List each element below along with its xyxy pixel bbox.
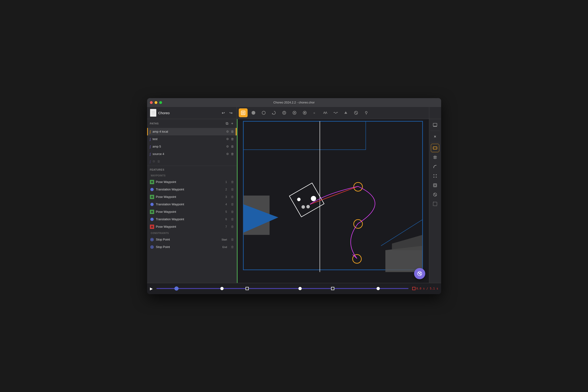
tool-forward[interactable]: » [311, 108, 319, 117]
paths-header: PATHS ⧉ + [147, 119, 237, 128]
timeline-handle-start[interactable] [174, 286, 179, 290]
menu-button[interactable]: ☰ [150, 109, 157, 117]
tool-arrow[interactable] [341, 108, 350, 117]
path-delete-3[interactable]: 🗑 [231, 145, 234, 148]
svg-rect-25 [150, 225, 153, 228]
svg-point-59 [436, 174, 437, 175]
path-actions-2: ⚙ 🗑 [226, 137, 234, 141]
svg-point-3 [262, 111, 265, 114]
waypoint-delete-1[interactable]: 🗑 [231, 180, 234, 184]
path-name-2: test [153, 137, 224, 141]
waypoint-delete-7[interactable]: 🗑 [231, 225, 234, 228]
waypoint-name-6: Translation Waypoint [156, 218, 224, 221]
svg-point-2 [252, 111, 255, 115]
path-actions-3: ⚙ 🗑 [226, 145, 234, 148]
constraint-delete-2[interactable]: 🗑 [231, 245, 234, 249]
tool-circle-fill[interactable] [249, 108, 258, 117]
pose-waypoint-icon-3 [150, 195, 154, 199]
tool-wave[interactable] [331, 108, 340, 117]
svg-rect-20 [151, 181, 153, 183]
timeline: ▶ 0.0 s / 5.1 s [147, 283, 441, 294]
constraint-1[interactable]: Stop Point Start 🗑 [147, 236, 237, 243]
tool-path2[interactable] [431, 162, 439, 171]
undo-button[interactable]: ↩ [220, 110, 226, 116]
path-delete-1[interactable]: 🗑 [231, 130, 234, 133]
waypoint-delete-4[interactable]: 🗑 [231, 202, 234, 206]
tool-display[interactable] [431, 121, 439, 129]
waypoint-3[interactable]: Pose Waypoint 3 🗑 [147, 193, 237, 201]
constraints-label: CONSTRAINTS [147, 230, 237, 236]
path-settings-1[interactable]: ⚙ [226, 130, 229, 133]
svg-rect-22 [151, 196, 153, 198]
tool-grid[interactable] [431, 153, 439, 162]
redo-button[interactable]: ↪ [228, 110, 234, 116]
svg-rect-66 [433, 202, 437, 206]
path-delete-5[interactable]: 🗑 [157, 160, 160, 163]
path-settings-2[interactable]: ⚙ [226, 137, 229, 141]
tool-no3[interactable] [431, 190, 439, 199]
path-delete-2[interactable]: 🗑 [231, 137, 234, 141]
green-line [237, 119, 238, 283]
waypoint-delete-3[interactable]: 🗑 [231, 195, 234, 198]
tool-rotate[interactable] [270, 108, 278, 117]
tool-nodes[interactable] [431, 172, 439, 180]
waypoint-num-1: 1 [225, 180, 227, 184]
waypoint-2[interactable]: Translation Waypoint 2 🗑 [147, 186, 237, 193]
path-item-1[interactable]: ∫ amp 4 local ⚙ 🗑 [147, 128, 237, 136]
timeline-marker-1[interactable] [220, 287, 224, 290]
waypoint-4[interactable]: Translation Waypoint 4 🗑 [147, 201, 237, 208]
minimize-button[interactable] [155, 101, 157, 104]
waypoint-name-5: Pose Waypoint [156, 210, 224, 214]
fab-button[interactable] [414, 268, 425, 279]
tool-close-circle[interactable] [290, 108, 299, 117]
tool-rect[interactable] [431, 144, 439, 152]
timeline-square-2[interactable] [331, 287, 334, 290]
constraint-name-1: Stop Point [156, 238, 220, 241]
sidebar-topbar: ☰ Choreo ↩ ↪ [147, 107, 237, 119]
tool-pin[interactable] [362, 108, 371, 117]
close-button[interactable] [150, 101, 153, 104]
waypoint-5[interactable]: Pose Waypoint 5 🗑 [147, 208, 237, 216]
tool-stop[interactable] [300, 108, 309, 117]
tool-circle-empty[interactable] [259, 108, 268, 117]
copy-path-button[interactable]: ⧉ [225, 121, 229, 126]
constraint-name-2: Stop Point [156, 245, 221, 249]
tool-select3[interactable] [431, 200, 439, 208]
path-item-5[interactable]: ∫ ⚙ 🗑 [147, 158, 237, 165]
tool-close[interactable]: ✕ [431, 132, 439, 141]
timeline-marker-3[interactable] [376, 287, 380, 290]
timeline-square-1[interactable] [246, 287, 249, 290]
features-list: WAYPOINTS Pose Waypoint 1 🗑 Translation … [147, 173, 237, 283]
play-button[interactable]: ▶ [150, 286, 153, 291]
svg-rect-19 [150, 180, 153, 183]
canvas-toolbar: » [237, 108, 429, 117]
path-name-3: amp 5 [153, 145, 224, 148]
tool-zigzag[interactable] [321, 108, 330, 117]
tool-robot[interactable] [431, 181, 439, 190]
waypoint-7[interactable]: Pose Waypoint 7 🗑 [147, 223, 237, 230]
path-settings-3[interactable]: ⚙ [226, 145, 229, 148]
path-item-4[interactable]: ∫ source 4 ⚙ 🗑 [147, 150, 237, 158]
waypoint-delete-6[interactable]: 🗑 [231, 218, 234, 221]
waypoint-delete-5[interactable]: 🗑 [231, 210, 234, 214]
constraint-delete-1[interactable]: 🗑 [231, 238, 234, 241]
tool-select[interactable] [239, 108, 248, 117]
path-item-2[interactable]: ∫ test ⚙ 🗑 [147, 136, 237, 143]
stop-point-icon-1 [150, 238, 154, 242]
waypoint-delete-2[interactable]: 🗑 [231, 188, 234, 191]
maximize-button[interactable] [159, 101, 162, 104]
waypoint-1[interactable]: Pose Waypoint 1 🗑 [147, 178, 237, 186]
paths-actions: ⧉ + [225, 121, 234, 126]
timeline-marker-2[interactable] [298, 287, 302, 290]
path-delete-4[interactable]: 🗑 [231, 152, 234, 156]
add-path-button[interactable]: + [231, 121, 234, 126]
path-settings-5[interactable]: ⚙ [153, 160, 155, 163]
path-item-3[interactable]: ∫ amp 5 ⚙ 🗑 [147, 143, 237, 150]
waypoint-name-3: Pose Waypoint [156, 195, 224, 198]
tool-compass[interactable] [280, 108, 289, 117]
tool-no[interactable] [352, 108, 360, 117]
waypoint-6[interactable]: Translation Waypoint 6 🗑 [147, 216, 237, 223]
path-settings-4[interactable]: ⚙ [226, 152, 229, 156]
canvas-area[interactable] [237, 119, 429, 283]
constraint-2[interactable]: Stop Point End 🗑 [147, 243, 237, 251]
